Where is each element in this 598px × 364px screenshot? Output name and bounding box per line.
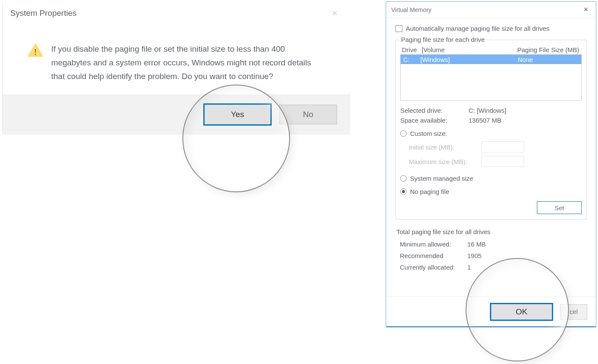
- system-managed-label: System managed size: [410, 175, 473, 182]
- system-properties-titlebar: System Properties ×: [3, 1, 350, 25]
- min-allowed-label: Minimum allowed:: [400, 241, 467, 248]
- warning-message: If you disable the paging file or set th…: [51, 42, 325, 83]
- selected-drive-value: C: [Windows]: [469, 107, 506, 114]
- drive-letter: C:: [403, 56, 420, 63]
- drive-size: None: [498, 56, 579, 63]
- initial-size-input[interactable]: [481, 141, 524, 153]
- drive-row[interactable]: C: [Windows] None: [401, 55, 581, 64]
- maximum-size-input[interactable]: [481, 156, 524, 167]
- virtual-memory-dialog: Virtual Memory × Automatically manage pa…: [386, 1, 596, 327]
- initial-size-label: Initial size (MB):: [409, 144, 481, 151]
- currently-allocated-value: 1: [467, 264, 471, 271]
- totals-section: Total paging file size for all drives Mi…: [396, 228, 586, 271]
- maximum-size-label: Maximum size (MB):: [409, 158, 481, 165]
- system-properties-dialog: System Properties × ! If you disable the…: [2, 1, 350, 135]
- no-paging-radio[interactable]: No paging file: [400, 188, 582, 195]
- cancel-button[interactable]: cel: [560, 304, 587, 320]
- auto-manage-label: Automatically manage paging file size fo…: [406, 25, 549, 32]
- virtual-memory-titlebar: Virtual Memory ×: [386, 2, 596, 18]
- close-icon[interactable]: ×: [581, 4, 591, 15]
- drive-volume: [Windows]: [420, 56, 498, 63]
- recommended-value: 1905: [467, 252, 481, 259]
- selected-drive-row: Selected drive: C: [Windows]: [400, 107, 582, 114]
- warning-icon: !: [26, 42, 44, 58]
- ok-button[interactable]: OK: [490, 303, 553, 321]
- close-icon[interactable]: ×: [327, 6, 343, 21]
- dialog-footer: OK cel: [386, 296, 596, 326]
- space-available-value: 136507 MB: [469, 117, 501, 124]
- space-available-label: Space available:: [400, 117, 469, 124]
- no-paging-label: No paging file: [410, 188, 449, 195]
- set-button[interactable]: Set: [537, 201, 582, 214]
- header-drive: Drive: [402, 46, 422, 53]
- dialog-body: ! If you disable the paging file or set …: [3, 25, 350, 94]
- custom-size-label: Custom size:: [410, 130, 447, 137]
- recommended-label: Recommended: [400, 252, 467, 259]
- dialog-title: Virtual Memory: [391, 6, 431, 13]
- system-managed-radio[interactable]: System managed size: [400, 175, 582, 182]
- custom-size-radio[interactable]: Custom size:: [400, 130, 582, 137]
- drive-list-header: Drive [Volume Paging File Size (MB): [400, 46, 582, 54]
- drives-fieldset-label: Paging file size for each drive: [399, 36, 487, 43]
- checkbox-icon[interactable]: [396, 25, 402, 32]
- auto-manage-checkbox-row[interactable]: Automatically manage paging file size fo…: [396, 25, 586, 32]
- header-volume: [Volume: [422, 46, 498, 53]
- currently-allocated-label: Currently allocated:: [400, 264, 467, 271]
- custom-size-inputs: Initial size (MB): Maximum size (MB):: [409, 140, 582, 169]
- dialog-buttons: Yes No: [3, 94, 350, 135]
- no-button[interactable]: No: [279, 105, 337, 124]
- drive-list[interactable]: C: [Windows] None: [400, 54, 582, 101]
- space-available-row: Space available: 136507 MB: [400, 117, 582, 124]
- dialog-content: Automatically manage paging file size fo…: [386, 18, 596, 271]
- radio-icon[interactable]: [400, 130, 407, 137]
- radio-icon[interactable]: [400, 188, 407, 195]
- selected-drive-label: Selected drive:: [400, 107, 469, 114]
- radio-icon[interactable]: [400, 175, 407, 182]
- dialog-title: System Properties: [10, 9, 76, 18]
- totals-title: Total paging file size for all drives: [396, 228, 586, 235]
- svg-text:!: !: [34, 47, 37, 57]
- yes-button[interactable]: Yes: [203, 103, 272, 126]
- drives-fieldset: Paging file size for each drive Drive [V…: [396, 40, 586, 220]
- accent-bar: [386, 326, 596, 327]
- min-allowed-value: 16 MB: [467, 241, 486, 248]
- header-size: Paging File Size (MB): [498, 46, 580, 53]
